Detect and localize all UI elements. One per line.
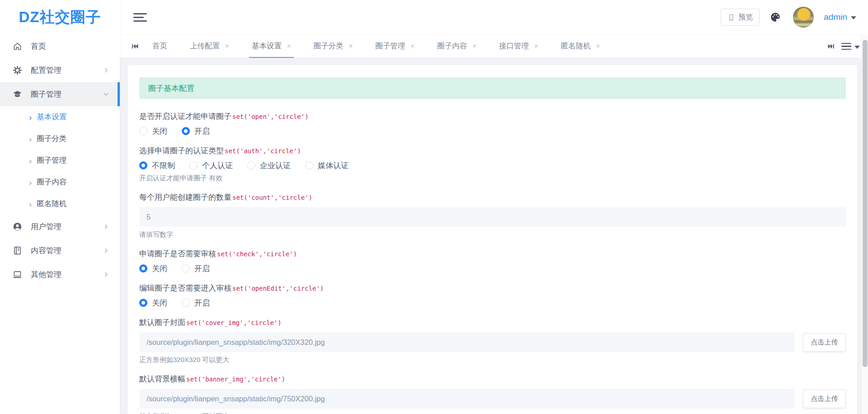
- radio-checked-icon[interactable]: [139, 264, 147, 273]
- field-code: set('cover_img','circle'): [186, 319, 282, 326]
- upload-button[interactable]: 点击上传: [803, 390, 846, 408]
- radio-unchecked-icon[interactable]: [139, 127, 147, 135]
- radio-option[interactable]: 关闭: [139, 126, 167, 136]
- theme-palette-icon[interactable]: [769, 11, 781, 23]
- tab-close-icon[interactable]: ×: [349, 42, 353, 49]
- tab-item[interactable]: 接口管理×: [496, 35, 541, 58]
- sidebar-item-users[interactable]: 用户管理: [0, 215, 120, 239]
- radio-group: 关闭开启: [139, 263, 846, 273]
- tab-close-icon[interactable]: ×: [287, 42, 291, 49]
- tab-close-icon[interactable]: ×: [410, 42, 415, 49]
- tabs-options-menu[interactable]: [838, 35, 860, 58]
- tabs-scroll-left-button[interactable]: [128, 35, 142, 58]
- sidebar-subitem[interactable]: ›圈子内容: [0, 171, 120, 193]
- admin-username: admin: [824, 12, 847, 22]
- sidebar-item-home[interactable]: 首页: [0, 34, 120, 58]
- field-code: set('check','circle'): [217, 250, 297, 258]
- sidebar-item-circle[interactable]: 圈子管理: [0, 82, 120, 106]
- field-label: 是否开启认证才能申请圈子set('open','circle'): [139, 111, 846, 122]
- tab-close-icon[interactable]: ×: [225, 42, 229, 49]
- field-help: 长方形例如750X200 可以更大: [139, 412, 846, 414]
- sidebar-subitem[interactable]: ›基本设置: [0, 106, 120, 128]
- form-field-count: 每个用户能创建圈子的数量set('count','circle')请填写数字: [139, 192, 846, 239]
- sidebar-item-content[interactable]: 内容管理: [0, 239, 120, 263]
- sidebar-item-other[interactable]: 其他管理: [0, 263, 120, 287]
- tab-item[interactable]: 圈子内容×: [434, 35, 479, 58]
- chevron-right-icon: [103, 67, 109, 73]
- field-code: set('auth','circle'): [225, 147, 301, 155]
- radio-option[interactable]: 开启: [182, 298, 210, 308]
- home-icon: [13, 42, 22, 51]
- sidebar-item-label: 用户管理: [31, 221, 103, 232]
- admin-dropdown[interactable]: admin: [824, 12, 856, 22]
- tab-item[interactable]: 圈子分类×: [311, 35, 356, 58]
- field-code: set('open','circle'): [232, 113, 309, 120]
- radio-option[interactable]: 个人认证: [189, 160, 233, 171]
- sidebar-subitem[interactable]: ›匿名随机: [0, 193, 120, 215]
- count-input[interactable]: [139, 207, 846, 227]
- tab-item[interactable]: 首页: [150, 35, 170, 58]
- cover_img-input[interactable]: [139, 332, 795, 352]
- banner_img-input[interactable]: [139, 389, 795, 409]
- sidebar-item-label: 配置管理: [31, 65, 103, 75]
- field-code: set('banner_img','circle'): [186, 376, 285, 383]
- sidebar-subitem-label: 圈子内容: [37, 177, 66, 187]
- app-root: DZ社交圈子 首页配置管理圈子管理›基本设置›圈子分类›圈子管理›圈子内容›匿名…: [0, 0, 868, 414]
- radio-group: 关闭开启: [139, 126, 846, 136]
- field-help: 开启认证才能申请圈子 有效: [139, 174, 846, 183]
- radio-checked-icon[interactable]: [139, 161, 147, 169]
- tab-item[interactable]: 匿名随机×: [558, 35, 603, 58]
- chevron-right-icon: [103, 272, 109, 278]
- radio-option[interactable]: 关闭: [139, 263, 167, 274]
- school-icon: [13, 89, 22, 99]
- tab-item[interactable]: 上传配置×: [187, 35, 232, 58]
- radio-unchecked-icon[interactable]: [189, 161, 198, 169]
- sidebar-subitem[interactable]: ›圈子管理: [0, 150, 120, 171]
- upload-row: 点击上传: [139, 385, 846, 409]
- tabbar: 首页上传配置×基本设置×圈子分类×圈子管理×圈子内容×接口管理×匿名随机×: [120, 34, 868, 58]
- radio-unchecked-icon[interactable]: [247, 161, 255, 169]
- form-field-cover_img: 默认圈子封面set('cover_img','circle')点击上传正方形例如…: [139, 317, 846, 364]
- form-field-check: 申请圈子是否需要审核set('check','circle')关闭开启: [139, 249, 846, 273]
- field-label: 每个用户能创建圈子的数量set('count','circle'): [139, 192, 846, 203]
- settings-card: 圈子基本配置 是否开启认证才能申请圈子set('open','circle')关…: [128, 65, 857, 414]
- radio-checked-icon[interactable]: [182, 127, 190, 135]
- form-field-auth: 选择申请圈子的认证类型set('auth','circle')不限制个人认证企业…: [139, 146, 846, 183]
- sidebar-item-config[interactable]: 配置管理: [0, 58, 120, 82]
- radio-option[interactable]: 开启: [182, 126, 210, 136]
- tab-label: 基本设置: [252, 41, 282, 51]
- radio-unchecked-icon[interactable]: [305, 161, 313, 169]
- tab-close-icon[interactable]: ×: [534, 42, 538, 49]
- radio-unchecked-icon[interactable]: [182, 299, 190, 307]
- tabs-scroll-right-button[interactable]: [824, 35, 838, 58]
- sidebar-item-label: 圈子管理: [31, 89, 103, 99]
- scrollbar-thumb[interactable]: [863, 40, 868, 367]
- radio-option[interactable]: 开启: [182, 263, 210, 274]
- upload-button[interactable]: 点击上传: [803, 333, 846, 352]
- preview-button[interactable]: 预览: [721, 9, 760, 26]
- field-label: 编辑圈子是否需要进入审核set('openEdit','circle'): [139, 283, 846, 294]
- topbar-right: 预览 admin: [721, 7, 856, 28]
- sidebar-subitem[interactable]: ›圈子分类: [0, 128, 120, 150]
- tab-label: 圈子管理: [375, 41, 405, 51]
- chevron-right-icon: ›: [29, 113, 32, 122]
- radio-option[interactable]: 不限制: [139, 160, 175, 171]
- radio-option[interactable]: 企业认证: [247, 160, 291, 171]
- avatar[interactable]: [793, 7, 814, 28]
- tab-item[interactable]: 圈子管理×: [373, 35, 417, 58]
- radio-checked-icon[interactable]: [139, 299, 147, 307]
- radio-unchecked-icon[interactable]: [182, 264, 190, 273]
- sidebar-item-label: 内容管理: [31, 245, 103, 256]
- radio-option[interactable]: 关闭: [139, 298, 167, 308]
- field-code: set('openEdit','circle'): [232, 285, 324, 292]
- field-help: 请填写数字: [139, 230, 846, 239]
- form-field-banner_img: 默认背景横幅set('banner_img','circle')点击上传长方形例…: [139, 374, 846, 414]
- scrollbar-track[interactable]: [861, 34, 868, 414]
- tab-close-icon[interactable]: ×: [472, 42, 476, 49]
- field-label: 申请圈子是否需要审核set('check','circle'): [139, 249, 846, 259]
- tab-close-icon[interactable]: ×: [596, 42, 600, 49]
- sidebar-collapse-icon[interactable]: [133, 11, 147, 24]
- tab-item[interactable]: 基本设置×: [249, 35, 294, 58]
- tab-label: 圈子分类: [314, 41, 344, 51]
- radio-option[interactable]: 媒体认证: [305, 160, 349, 171]
